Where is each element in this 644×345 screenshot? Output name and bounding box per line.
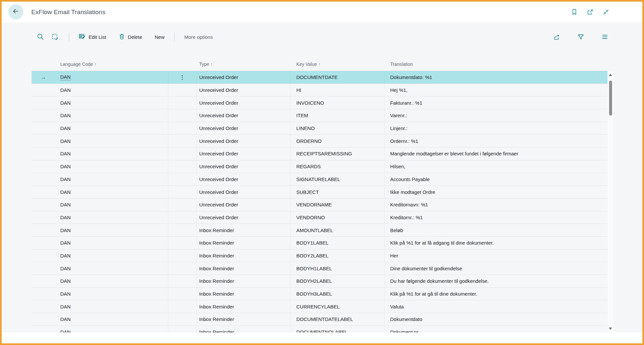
- table-row[interactable]: → DAN Unreceived Order SUBJECT Ikke modt…: [32, 186, 607, 199]
- row-selector-cell[interactable]: →: [32, 186, 55, 198]
- row-selector-cell[interactable]: →: [32, 71, 55, 84]
- row-options-cell[interactable]: [168, 135, 197, 147]
- search-icon[interactable]: [37, 33, 44, 41]
- key-value-cell[interactable]: LINENO: [291, 122, 385, 135]
- language-code-cell[interactable]: DAN: [55, 84, 168, 96]
- back-button[interactable]: [8, 4, 23, 19]
- row-selector-cell[interactable]: →: [32, 135, 55, 147]
- table-row[interactable]: → DAN Unreceived Order REGARDS Hilsen,: [32, 160, 607, 173]
- type-cell[interactable]: Inbox Reminder: [197, 313, 291, 326]
- row-options-cell[interactable]: [168, 326, 197, 332]
- row-options-cell[interactable]: [168, 173, 197, 186]
- row-selector-cell[interactable]: →: [32, 109, 55, 122]
- delete-button[interactable]: Delete: [119, 33, 142, 41]
- row-selector-cell[interactable]: →: [32, 199, 55, 211]
- row-options-cell[interactable]: [168, 224, 197, 236]
- language-code-cell[interactable]: DAN: [55, 199, 168, 211]
- row-selector-cell[interactable]: →: [32, 173, 55, 186]
- type-cell[interactable]: Unreceived Order: [197, 96, 291, 109]
- row-options-cell[interactable]: [168, 237, 197, 249]
- translation-cell[interactable]: Valuta: [385, 300, 607, 313]
- table-row[interactable]: → DAN Unreceived Order LINENO Linjenr.:: [32, 122, 607, 135]
- scroll-down-arrow-icon[interactable]: [609, 328, 612, 330]
- type-cell[interactable]: Unreceived Order: [197, 211, 291, 224]
- filter-icon[interactable]: [577, 33, 584, 41]
- key-value-cell[interactable]: DOCUMENTDATE: [291, 71, 385, 84]
- language-code-cell[interactable]: DAN: [55, 173, 168, 186]
- translation-cell[interactable]: Dokumentdato: %1: [385, 71, 607, 84]
- row-selector-cell[interactable]: →: [32, 326, 55, 332]
- translation-cell[interactable]: Dokument nr.: [385, 326, 607, 332]
- row-options-cell[interactable]: [168, 122, 197, 135]
- table-row[interactable]: → DAN Inbox Reminder BODY2LABEL Her: [32, 250, 607, 262]
- show-list-icon[interactable]: [601, 33, 608, 41]
- translation-cell[interactable]: Du har følgende dokumenter til godkendel…: [385, 275, 607, 287]
- row-options-cell[interactable]: [168, 186, 197, 198]
- language-code-cell[interactable]: DAN: [55, 237, 168, 249]
- column-header-key-value[interactable]: Key Value↑: [291, 58, 385, 71]
- language-code-cell[interactable]: DAN: [55, 313, 168, 326]
- row-selector-cell[interactable]: →: [32, 96, 55, 109]
- language-code-cell[interactable]: DAN: [55, 262, 168, 275]
- table-row[interactable]: → DAN Inbox Reminder BODY1LABEL Klik på …: [32, 237, 607, 250]
- key-value-cell[interactable]: DOCUMENTDATELABEL: [291, 313, 385, 326]
- table-row[interactable]: → DAN Inbox Reminder AMOUNTLABEL Beløb: [32, 224, 607, 237]
- row-options-cell[interactable]: [168, 199, 197, 211]
- type-cell[interactable]: Unreceived Order: [197, 122, 291, 135]
- translation-cell[interactable]: Fakturanr.: %1: [385, 96, 607, 109]
- key-value-cell[interactable]: BODYH3LABEL: [291, 288, 385, 300]
- key-value-cell[interactable]: SUBJECT: [291, 186, 385, 198]
- type-cell[interactable]: Unreceived Order: [197, 135, 291, 147]
- table-row[interactable]: → DAN Inbox Reminder CURRENCYLABEL Valut…: [32, 300, 607, 313]
- translation-cell[interactable]: Dine dokumenter til godkendelse: [385, 262, 607, 275]
- table-row[interactable]: → DAN Inbox Reminder BODYH2LABEL Du har …: [32, 275, 607, 288]
- key-value-cell[interactable]: VENDORNO: [291, 211, 385, 224]
- key-value-cell[interactable]: REGARDS: [291, 160, 385, 173]
- open-in-new-window-icon[interactable]: [586, 9, 594, 16]
- language-code-cell[interactable]: DAN: [55, 160, 168, 173]
- key-value-cell[interactable]: BODYH1LABEL: [291, 262, 385, 275]
- column-header-translation[interactable]: Translation↑: [385, 58, 607, 71]
- row-options-cell[interactable]: [168, 147, 197, 160]
- type-cell[interactable]: Inbox Reminder: [197, 275, 291, 287]
- language-code-cell[interactable]: DAN: [55, 326, 168, 332]
- language-code-cell[interactable]: DAN: [55, 288, 168, 300]
- edit-list-button[interactable]: Edit List: [79, 33, 106, 41]
- row-selector-cell[interactable]: →: [32, 122, 55, 135]
- language-code-cell[interactable]: DAN: [55, 109, 168, 122]
- row-selector-cell[interactable]: →: [32, 160, 55, 173]
- row-selector-cell[interactable]: →: [32, 262, 55, 275]
- more-options-button[interactable]: More options: [184, 34, 213, 40]
- row-options-cell[interactable]: [168, 71, 197, 84]
- translation-cell[interactable]: Accounts Payable: [385, 173, 607, 186]
- language-code-cell[interactable]: DAN: [55, 71, 168, 84]
- translation-cell[interactable]: Hilsen,: [385, 160, 607, 173]
- table-row[interactable]: → DAN Inbox Reminder BODYH1LABEL Dine do…: [32, 262, 607, 275]
- key-value-cell[interactable]: BODY1LABEL: [291, 237, 385, 249]
- translation-cell[interactable]: Kreditornr.: %1: [385, 211, 607, 224]
- key-value-cell[interactable]: ITEM: [291, 109, 385, 122]
- language-code-cell[interactable]: DAN: [55, 250, 168, 262]
- bookmark-icon[interactable]: [571, 9, 578, 16]
- key-value-cell[interactable]: INVOICENO: [291, 96, 385, 109]
- column-header-type[interactable]: Type↑: [197, 58, 291, 71]
- share-icon[interactable]: [553, 33, 560, 41]
- type-cell[interactable]: Inbox Reminder: [197, 250, 291, 262]
- type-cell[interactable]: Inbox Reminder: [197, 237, 291, 249]
- row-selector-cell[interactable]: →: [32, 275, 55, 287]
- new-button[interactable]: New: [155, 34, 165, 40]
- row-options-cell[interactable]: [168, 300, 197, 313]
- language-code-cell[interactable]: DAN: [55, 224, 168, 236]
- type-cell[interactable]: Inbox Reminder: [197, 224, 291, 236]
- type-cell[interactable]: Unreceived Order: [197, 199, 291, 211]
- table-row[interactable]: → DAN Unreceived Order ORDERNO Ordernr.:…: [32, 135, 607, 147]
- translation-cell[interactable]: Varenr.:: [385, 109, 607, 122]
- type-cell[interactable]: Unreceived Order: [197, 84, 291, 96]
- type-cell[interactable]: Unreceived Order: [197, 147, 291, 160]
- key-value-cell[interactable]: HI: [291, 84, 385, 96]
- language-code-cell[interactable]: DAN: [55, 96, 168, 109]
- translation-cell[interactable]: Ordernr.: %1: [385, 135, 607, 147]
- collapse-icon[interactable]: [602, 9, 609, 16]
- row-selector-cell[interactable]: →: [32, 300, 55, 313]
- type-cell[interactable]: Inbox Reminder: [197, 262, 291, 275]
